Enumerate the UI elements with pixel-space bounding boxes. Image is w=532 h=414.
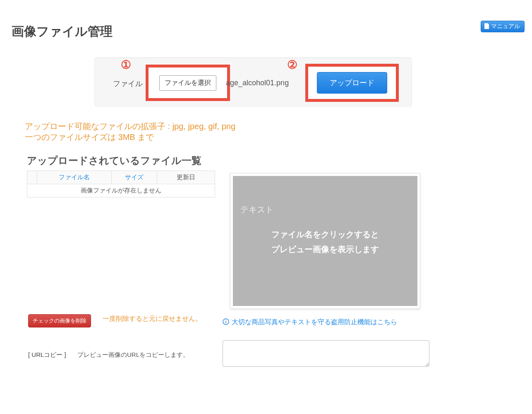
col-date: 更新日 — [157, 171, 215, 184]
svg-point-2 — [225, 320, 226, 320]
preview-message: ファイル名をクリックすると プレビュー画像を表示します — [240, 227, 410, 257]
url-copy-textarea[interactable] — [223, 340, 429, 367]
info-icon — [223, 318, 229, 327]
urlcopy-desc: プレビュー画像のURLをコピーします。 — [77, 351, 189, 359]
theft-prevention-link[interactable]: 大切な商品写真やテキストを守る盗用防止機能はこちら — [223, 318, 397, 327]
manual-button[interactable]: マニュアル — [481, 21, 525, 32]
col-filename[interactable]: ファイル名 — [37, 171, 112, 184]
delete-warning: 一度削除すると元に戻せません。 — [103, 315, 202, 323]
file-list-table: ファイル名 サイズ 更新日 画像ファイルが存在しません — [27, 171, 215, 197]
file-list-title: アップロードされているファイル一覧 — [27, 154, 201, 167]
preview-panel: テキスト ファイル名をクリックすると プレビュー画像を表示します — [230, 173, 420, 309]
help-line-2: 一つのファイルサイズは 3MB まで — [25, 132, 235, 142]
highlight-choose-file: ファイルを選択 — [146, 65, 230, 101]
page-title: 画像ファイル管理 — [12, 23, 113, 40]
manual-label: マニュアル — [491, 23, 520, 30]
document-icon — [484, 23, 489, 30]
callout-2: ② — [287, 58, 297, 72]
upload-help-text: アップロード可能なファイルの拡張子 : jpg, jpeg, gif, png … — [25, 121, 235, 142]
preview-msg-1: ファイル名をクリックすると — [240, 227, 410, 242]
col-size[interactable]: サイズ — [112, 171, 157, 184]
urlcopy-label: [ URLコピー ] — [28, 351, 66, 359]
table-empty-row: 画像ファイルが存在しません — [27, 184, 215, 197]
preview-msg-2: プレビュー画像を表示します — [240, 242, 410, 257]
preview-text-label: テキスト — [240, 204, 410, 215]
col-check — [27, 171, 37, 184]
empty-message: 画像ファイルが存在しません — [27, 184, 215, 197]
delete-checked-button[interactable]: チェックの画像を削除 — [28, 314, 91, 327]
callout-1: ① — [121, 58, 131, 72]
choose-file-button[interactable]: ファイルを選択 — [159, 75, 216, 91]
file-field-label: ファイル — [113, 79, 143, 89]
highlight-upload: アップロード — [305, 64, 399, 102]
upload-button[interactable]: アップロード — [317, 72, 387, 94]
theft-link-label: 大切な商品写真やテキストを守る盗用防止機能はこちら — [232, 318, 397, 327]
selected-filename: age_alcohol01.png — [226, 79, 289, 87]
table-header-row: ファイル名 サイズ 更新日 — [27, 171, 215, 184]
help-line-1: アップロード可能なファイルの拡張子 : jpg, jpeg, gif, png — [25, 121, 235, 132]
